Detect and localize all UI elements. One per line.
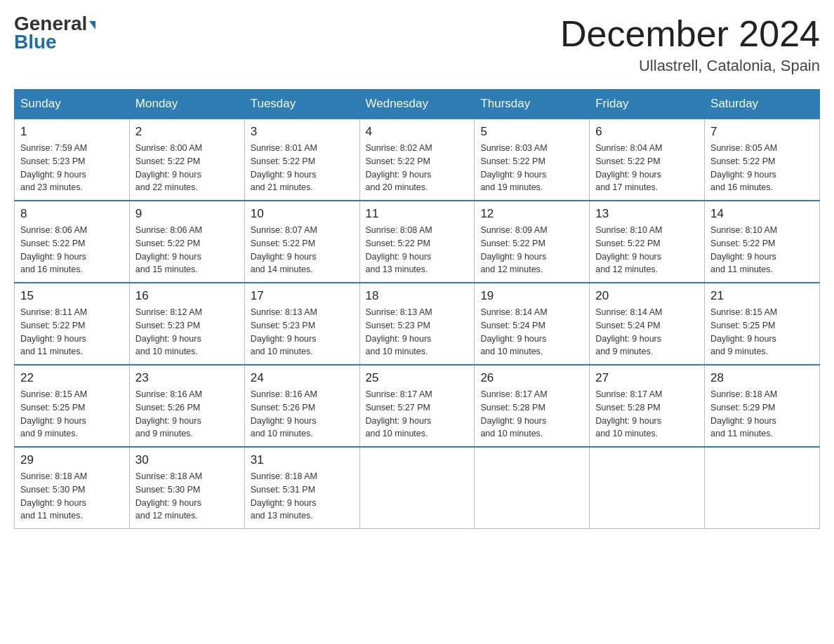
calendar-week-row: 15Sunrise: 8:11 AMSunset: 5:22 PMDayligh… <box>15 283 820 365</box>
day-info: Sunrise: 8:18 AMSunset: 5:29 PMDaylight:… <box>710 388 814 441</box>
day-number: 22 <box>20 371 124 385</box>
calendar-cell: 1Sunrise: 7:59 AMSunset: 5:23 PMDaylight… <box>15 119 130 201</box>
day-info: Sunrise: 8:12 AMSunset: 5:23 PMDaylight:… <box>135 306 239 358</box>
day-number: 13 <box>595 207 699 221</box>
calendar-cell: 26Sunrise: 8:17 AMSunset: 5:28 PMDayligh… <box>475 365 590 447</box>
day-info: Sunrise: 8:14 AMSunset: 5:24 PMDaylight:… <box>595 306 699 358</box>
day-info: Sunrise: 8:10 AMSunset: 5:22 PMDaylight:… <box>595 224 699 276</box>
day-number: 31 <box>251 453 354 467</box>
calendar-cell: 24Sunrise: 8:16 AMSunset: 5:26 PMDayligh… <box>244 365 359 447</box>
calendar-cell: 3Sunrise: 8:01 AMSunset: 5:22 PMDaylight… <box>244 119 359 201</box>
calendar-cell: 8Sunrise: 8:06 AMSunset: 5:22 PMDaylight… <box>15 201 130 283</box>
calendar-cell: 14Sunrise: 8:10 AMSunset: 5:22 PMDayligh… <box>705 201 820 283</box>
day-info: Sunrise: 8:11 AMSunset: 5:22 PMDaylight:… <box>20 306 124 358</box>
calendar-cell <box>705 447 820 529</box>
calendar-week-row: 8Sunrise: 8:06 AMSunset: 5:22 PMDaylight… <box>15 201 820 283</box>
calendar-header-row: SundayMondayTuesdayWednesdayThursdayFrid… <box>15 90 820 119</box>
calendar-cell: 18Sunrise: 8:13 AMSunset: 5:23 PMDayligh… <box>359 283 475 365</box>
day-info: Sunrise: 8:06 AMSunset: 5:22 PMDaylight:… <box>20 224 124 276</box>
calendar-cell: 27Sunrise: 8:17 AMSunset: 5:28 PMDayligh… <box>590 365 705 447</box>
day-info: Sunrise: 8:03 AMSunset: 5:22 PMDaylight:… <box>480 142 583 194</box>
day-info: Sunrise: 8:17 AMSunset: 5:28 PMDaylight:… <box>480 388 583 441</box>
calendar-cell: 25Sunrise: 8:17 AMSunset: 5:27 PMDayligh… <box>359 365 475 447</box>
day-info: Sunrise: 8:06 AMSunset: 5:22 PMDaylight:… <box>135 224 239 276</box>
calendar-cell: 28Sunrise: 8:18 AMSunset: 5:29 PMDayligh… <box>705 365 820 447</box>
day-number: 27 <box>595 371 699 385</box>
day-info: Sunrise: 8:10 AMSunset: 5:22 PMDaylight:… <box>710 224 814 276</box>
day-info: Sunrise: 8:15 AMSunset: 5:25 PMDaylight:… <box>20 388 124 441</box>
calendar-cell: 12Sunrise: 8:09 AMSunset: 5:22 PMDayligh… <box>475 201 590 283</box>
day-info: Sunrise: 8:17 AMSunset: 5:28 PMDaylight:… <box>595 388 699 441</box>
calendar-week-row: 1Sunrise: 7:59 AMSunset: 5:23 PMDaylight… <box>15 119 820 201</box>
calendar-cell: 15Sunrise: 8:11 AMSunset: 5:22 PMDayligh… <box>15 283 130 365</box>
day-info: Sunrise: 8:14 AMSunset: 5:24 PMDaylight:… <box>480 306 583 358</box>
day-number: 26 <box>480 371 583 385</box>
calendar-cell: 11Sunrise: 8:08 AMSunset: 5:22 PMDayligh… <box>359 201 475 283</box>
day-number: 6 <box>595 125 699 139</box>
day-number: 3 <box>251 125 354 139</box>
weekday-header: Friday <box>590 90 705 119</box>
day-info: Sunrise: 8:17 AMSunset: 5:27 PMDaylight:… <box>366 388 469 441</box>
day-info: Sunrise: 8:16 AMSunset: 5:26 PMDaylight:… <box>251 388 354 441</box>
day-number: 9 <box>135 207 239 221</box>
day-info: Sunrise: 8:18 AMSunset: 5:30 PMDaylight:… <box>135 470 239 523</box>
calendar-week-row: 29Sunrise: 8:18 AMSunset: 5:30 PMDayligh… <box>15 447 820 529</box>
calendar-cell: 7Sunrise: 8:05 AMSunset: 5:22 PMDaylight… <box>705 119 820 201</box>
calendar-cell: 16Sunrise: 8:12 AMSunset: 5:23 PMDayligh… <box>129 283 244 365</box>
subtitle: Ullastrell, Catalonia, Spain <box>560 57 820 75</box>
calendar-cell: 29Sunrise: 8:18 AMSunset: 5:30 PMDayligh… <box>15 447 130 529</box>
day-number: 21 <box>710 289 814 303</box>
day-info: Sunrise: 8:13 AMSunset: 5:23 PMDaylight:… <box>251 306 354 358</box>
day-info: Sunrise: 7:59 AMSunset: 5:23 PMDaylight:… <box>20 142 124 194</box>
day-number: 2 <box>135 125 239 139</box>
day-info: Sunrise: 8:15 AMSunset: 5:25 PMDaylight:… <box>710 306 814 358</box>
calendar-cell: 21Sunrise: 8:15 AMSunset: 5:25 PMDayligh… <box>705 283 820 365</box>
day-number: 15 <box>20 289 124 303</box>
day-number: 29 <box>20 453 124 467</box>
calendar-cell: 20Sunrise: 8:14 AMSunset: 5:24 PMDayligh… <box>590 283 705 365</box>
calendar-cell: 22Sunrise: 8:15 AMSunset: 5:25 PMDayligh… <box>15 365 130 447</box>
day-number: 14 <box>710 207 814 221</box>
day-info: Sunrise: 8:04 AMSunset: 5:22 PMDaylight:… <box>595 142 699 194</box>
day-number: 24 <box>251 371 354 385</box>
day-number: 20 <box>595 289 699 303</box>
day-number: 28 <box>710 371 814 385</box>
day-info: Sunrise: 8:18 AMSunset: 5:30 PMDaylight:… <box>20 470 124 523</box>
weekday-header: Monday <box>129 90 244 119</box>
calendar-table: SundayMondayTuesdayWednesdayThursdayFrid… <box>14 89 820 529</box>
day-info: Sunrise: 8:01 AMSunset: 5:22 PMDaylight:… <box>251 142 354 194</box>
calendar-cell: 17Sunrise: 8:13 AMSunset: 5:23 PMDayligh… <box>244 283 359 365</box>
day-number: 25 <box>366 371 469 385</box>
page-header: General Blue December 2024 Ullastrell, C… <box>14 14 820 75</box>
day-number: 17 <box>251 289 354 303</box>
day-info: Sunrise: 8:13 AMSunset: 5:23 PMDaylight:… <box>366 306 469 358</box>
day-number: 23 <box>135 371 239 385</box>
day-info: Sunrise: 8:05 AMSunset: 5:22 PMDaylight:… <box>710 142 814 194</box>
day-number: 5 <box>480 125 583 139</box>
day-number: 12 <box>480 207 583 221</box>
day-info: Sunrise: 8:09 AMSunset: 5:22 PMDaylight:… <box>480 224 583 276</box>
day-number: 1 <box>20 125 124 139</box>
calendar-cell: 9Sunrise: 8:06 AMSunset: 5:22 PMDaylight… <box>129 201 244 283</box>
calendar-cell: 23Sunrise: 8:16 AMSunset: 5:26 PMDayligh… <box>129 365 244 447</box>
day-number: 30 <box>135 453 239 467</box>
calendar-cell: 19Sunrise: 8:14 AMSunset: 5:24 PMDayligh… <box>475 283 590 365</box>
calendar-body: 1Sunrise: 7:59 AMSunset: 5:23 PMDaylight… <box>15 119 820 529</box>
day-info: Sunrise: 8:16 AMSunset: 5:26 PMDaylight:… <box>135 388 239 441</box>
calendar-cell <box>359 447 475 529</box>
day-number: 16 <box>135 289 239 303</box>
weekday-header: Sunday <box>15 90 130 119</box>
day-info: Sunrise: 8:07 AMSunset: 5:22 PMDaylight:… <box>251 224 354 276</box>
calendar-cell <box>475 447 590 529</box>
weekday-header: Saturday <box>705 90 820 119</box>
day-number: 4 <box>366 125 469 139</box>
day-number: 10 <box>251 207 354 221</box>
weekday-header: Thursday <box>475 90 590 119</box>
calendar-cell: 30Sunrise: 8:18 AMSunset: 5:30 PMDayligh… <box>129 447 244 529</box>
title-section: December 2024 Ullastrell, Catalonia, Spa… <box>560 14 820 75</box>
day-number: 18 <box>366 289 469 303</box>
day-info: Sunrise: 8:08 AMSunset: 5:22 PMDaylight:… <box>366 224 469 276</box>
calendar-cell: 2Sunrise: 8:00 AMSunset: 5:22 PMDaylight… <box>129 119 244 201</box>
day-number: 19 <box>480 289 583 303</box>
calendar-cell: 13Sunrise: 8:10 AMSunset: 5:22 PMDayligh… <box>590 201 705 283</box>
